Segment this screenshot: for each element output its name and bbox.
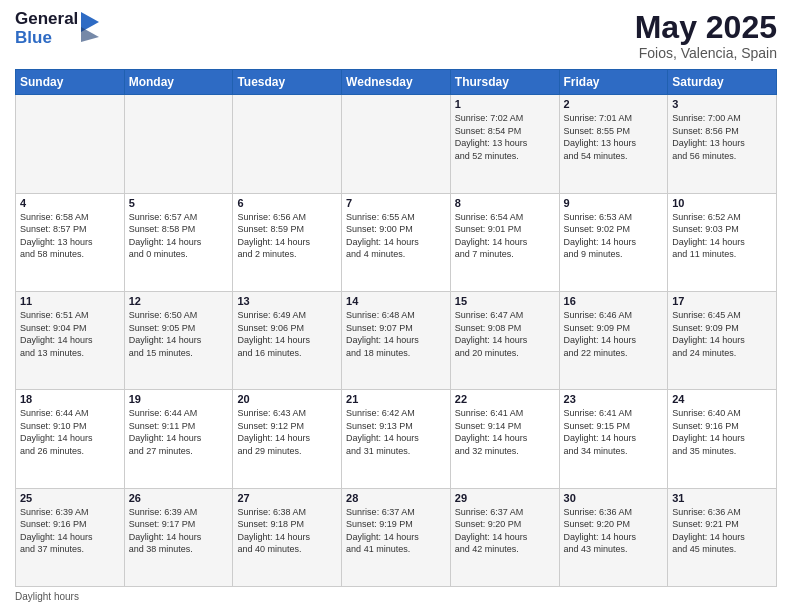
logo-line1: General [15, 10, 78, 29]
calendar-cell: 14Sunrise: 6:48 AM Sunset: 9:07 PM Dayli… [342, 291, 451, 389]
day-number: 12 [129, 295, 229, 307]
day-info: Sunrise: 6:40 AM Sunset: 9:16 PM Dayligh… [672, 407, 772, 457]
calendar-cell: 9Sunrise: 6:53 AM Sunset: 9:02 PM Daylig… [559, 193, 668, 291]
day-number: 22 [455, 393, 555, 405]
calendar-cell: 22Sunrise: 6:41 AM Sunset: 9:14 PM Dayli… [450, 390, 559, 488]
day-header-saturday: Saturday [668, 70, 777, 95]
logo-line2: Blue [15, 29, 78, 48]
day-header-friday: Friday [559, 70, 668, 95]
logo: General Blue [15, 10, 99, 47]
day-info: Sunrise: 6:46 AM Sunset: 9:09 PM Dayligh… [564, 309, 664, 359]
calendar-cell: 26Sunrise: 6:39 AM Sunset: 9:17 PM Dayli… [124, 488, 233, 586]
day-info: Sunrise: 6:47 AM Sunset: 9:08 PM Dayligh… [455, 309, 555, 359]
calendar-cell: 3Sunrise: 7:00 AM Sunset: 8:56 PM Daylig… [668, 95, 777, 193]
day-info: Sunrise: 6:58 AM Sunset: 8:57 PM Dayligh… [20, 211, 120, 261]
day-info: Sunrise: 6:39 AM Sunset: 9:16 PM Dayligh… [20, 506, 120, 556]
title-block: May 2025 Foios, Valencia, Spain [635, 10, 777, 61]
day-number: 28 [346, 492, 446, 504]
days-header-row: SundayMondayTuesdayWednesdayThursdayFrid… [16, 70, 777, 95]
day-info: Sunrise: 6:51 AM Sunset: 9:04 PM Dayligh… [20, 309, 120, 359]
day-info: Sunrise: 6:57 AM Sunset: 8:58 PM Dayligh… [129, 211, 229, 261]
day-info: Sunrise: 6:54 AM Sunset: 9:01 PM Dayligh… [455, 211, 555, 261]
header: General Blue May 2025 Foios, Valencia, S… [15, 10, 777, 61]
calendar-week-4: 18Sunrise: 6:44 AM Sunset: 9:10 PM Dayli… [16, 390, 777, 488]
day-number: 3 [672, 98, 772, 110]
day-info: Sunrise: 6:36 AM Sunset: 9:20 PM Dayligh… [564, 506, 664, 556]
day-number: 25 [20, 492, 120, 504]
page: General Blue May 2025 Foios, Valencia, S… [0, 0, 792, 612]
day-number: 11 [20, 295, 120, 307]
daylight-hours-label: Daylight hours [15, 591, 79, 602]
calendar-cell: 19Sunrise: 6:44 AM Sunset: 9:11 PM Dayli… [124, 390, 233, 488]
day-info: Sunrise: 6:56 AM Sunset: 8:59 PM Dayligh… [237, 211, 337, 261]
day-number: 14 [346, 295, 446, 307]
calendar-cell: 7Sunrise: 6:55 AM Sunset: 9:00 PM Daylig… [342, 193, 451, 291]
calendar-cell: 15Sunrise: 6:47 AM Sunset: 9:08 PM Dayli… [450, 291, 559, 389]
calendar-cell [16, 95, 125, 193]
calendar-cell [124, 95, 233, 193]
day-info: Sunrise: 6:43 AM Sunset: 9:12 PM Dayligh… [237, 407, 337, 457]
day-info: Sunrise: 6:38 AM Sunset: 9:18 PM Dayligh… [237, 506, 337, 556]
day-info: Sunrise: 6:50 AM Sunset: 9:05 PM Dayligh… [129, 309, 229, 359]
calendar-cell: 18Sunrise: 6:44 AM Sunset: 9:10 PM Dayli… [16, 390, 125, 488]
calendar-cell: 20Sunrise: 6:43 AM Sunset: 9:12 PM Dayli… [233, 390, 342, 488]
calendar-cell: 11Sunrise: 6:51 AM Sunset: 9:04 PM Dayli… [16, 291, 125, 389]
calendar-cell: 6Sunrise: 6:56 AM Sunset: 8:59 PM Daylig… [233, 193, 342, 291]
calendar-cell: 24Sunrise: 6:40 AM Sunset: 9:16 PM Dayli… [668, 390, 777, 488]
day-number: 30 [564, 492, 664, 504]
calendar-cell: 13Sunrise: 6:49 AM Sunset: 9:06 PM Dayli… [233, 291, 342, 389]
day-info: Sunrise: 6:55 AM Sunset: 9:00 PM Dayligh… [346, 211, 446, 261]
day-info: Sunrise: 6:44 AM Sunset: 9:10 PM Dayligh… [20, 407, 120, 457]
calendar-cell: 4Sunrise: 6:58 AM Sunset: 8:57 PM Daylig… [16, 193, 125, 291]
day-info: Sunrise: 6:39 AM Sunset: 9:17 PM Dayligh… [129, 506, 229, 556]
day-info: Sunrise: 6:36 AM Sunset: 9:21 PM Dayligh… [672, 506, 772, 556]
day-header-monday: Monday [124, 70, 233, 95]
calendar-week-2: 4Sunrise: 6:58 AM Sunset: 8:57 PM Daylig… [16, 193, 777, 291]
calendar-table: SundayMondayTuesdayWednesdayThursdayFrid… [15, 69, 777, 587]
calendar-week-1: 1Sunrise: 7:02 AM Sunset: 8:54 PM Daylig… [16, 95, 777, 193]
day-number: 24 [672, 393, 772, 405]
day-info: Sunrise: 6:49 AM Sunset: 9:06 PM Dayligh… [237, 309, 337, 359]
day-number: 13 [237, 295, 337, 307]
calendar-week-3: 11Sunrise: 6:51 AM Sunset: 9:04 PM Dayli… [16, 291, 777, 389]
calendar-cell: 5Sunrise: 6:57 AM Sunset: 8:58 PM Daylig… [124, 193, 233, 291]
calendar-cell: 21Sunrise: 6:42 AM Sunset: 9:13 PM Dayli… [342, 390, 451, 488]
calendar-cell: 2Sunrise: 7:01 AM Sunset: 8:55 PM Daylig… [559, 95, 668, 193]
day-number: 15 [455, 295, 555, 307]
day-info: Sunrise: 6:41 AM Sunset: 9:14 PM Dayligh… [455, 407, 555, 457]
day-number: 6 [237, 197, 337, 209]
day-number: 29 [455, 492, 555, 504]
day-header-wednesday: Wednesday [342, 70, 451, 95]
calendar-cell: 29Sunrise: 6:37 AM Sunset: 9:20 PM Dayli… [450, 488, 559, 586]
footer: Daylight hours [15, 591, 777, 602]
day-number: 5 [129, 197, 229, 209]
day-info: Sunrise: 6:53 AM Sunset: 9:02 PM Dayligh… [564, 211, 664, 261]
day-number: 17 [672, 295, 772, 307]
day-number: 26 [129, 492, 229, 504]
day-info: Sunrise: 7:01 AM Sunset: 8:55 PM Dayligh… [564, 112, 664, 162]
day-number: 19 [129, 393, 229, 405]
day-number: 7 [346, 197, 446, 209]
day-info: Sunrise: 7:02 AM Sunset: 8:54 PM Dayligh… [455, 112, 555, 162]
day-number: 27 [237, 492, 337, 504]
day-header-thursday: Thursday [450, 70, 559, 95]
day-info: Sunrise: 6:37 AM Sunset: 9:20 PM Dayligh… [455, 506, 555, 556]
day-number: 9 [564, 197, 664, 209]
day-number: 23 [564, 393, 664, 405]
day-number: 16 [564, 295, 664, 307]
logo-text: General Blue [15, 10, 99, 47]
day-number: 4 [20, 197, 120, 209]
calendar-cell: 30Sunrise: 6:36 AM Sunset: 9:20 PM Dayli… [559, 488, 668, 586]
day-number: 2 [564, 98, 664, 110]
calendar-cell: 8Sunrise: 6:54 AM Sunset: 9:01 PM Daylig… [450, 193, 559, 291]
day-info: Sunrise: 6:37 AM Sunset: 9:19 PM Dayligh… [346, 506, 446, 556]
calendar-cell: 10Sunrise: 6:52 AM Sunset: 9:03 PM Dayli… [668, 193, 777, 291]
calendar-cell: 17Sunrise: 6:45 AM Sunset: 9:09 PM Dayli… [668, 291, 777, 389]
day-info: Sunrise: 6:44 AM Sunset: 9:11 PM Dayligh… [129, 407, 229, 457]
svg-marker-1 [81, 27, 99, 42]
calendar-cell [342, 95, 451, 193]
day-info: Sunrise: 6:48 AM Sunset: 9:07 PM Dayligh… [346, 309, 446, 359]
day-info: Sunrise: 7:00 AM Sunset: 8:56 PM Dayligh… [672, 112, 772, 162]
calendar-cell: 1Sunrise: 7:02 AM Sunset: 8:54 PM Daylig… [450, 95, 559, 193]
day-number: 31 [672, 492, 772, 504]
